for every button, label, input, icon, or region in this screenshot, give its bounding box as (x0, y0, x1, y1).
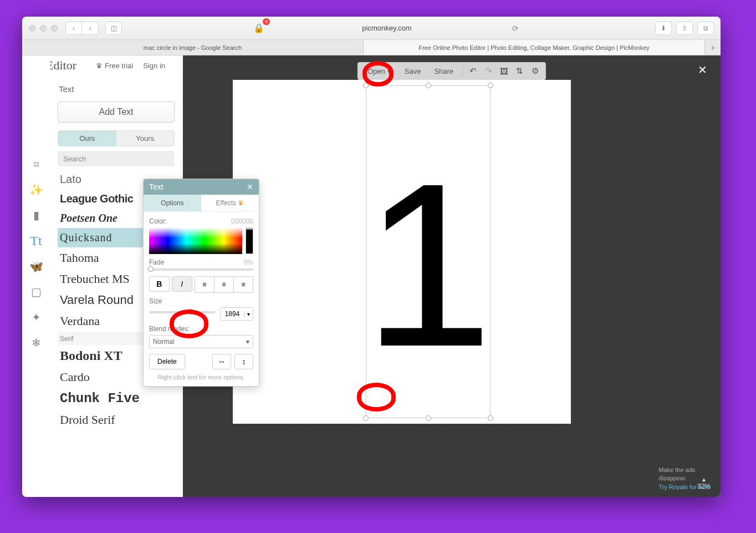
traffic-lights[interactable] (29, 25, 58, 32)
free-trial-link[interactable]: ♛Free trial (96, 62, 133, 70)
align-group: ≡ ≡ ≡ (195, 276, 253, 293)
color-label: Color: (149, 217, 167, 225)
text-selection[interactable]: 1 (366, 85, 491, 418)
ad-text: Make the ads disappear. Try Royale for f… (658, 466, 711, 491)
url-text[interactable]: picmonkey.com (362, 24, 411, 32)
italic-button[interactable]: I (172, 276, 192, 292)
logo-text: Editor (46, 58, 76, 73)
reload-icon[interactable]: ⟳ (509, 22, 522, 34)
popup-hint: Right-click text for more options. (149, 374, 253, 380)
panel-title: Text (50, 80, 182, 101)
handle-bl[interactable] (363, 415, 369, 421)
editor-toolbar: Open ▾ Save Share ↶ ↷ 🖼 ⇅ ⚙ (357, 62, 546, 80)
segment-yours[interactable]: Yours (116, 131, 175, 146)
text-tool-icon[interactable]: Tt (27, 232, 45, 250)
font-item[interactable]: Chunk Five (58, 388, 175, 409)
frames-icon[interactable]: ▢ (27, 283, 45, 301)
sidebar-button[interactable]: ◫ (105, 22, 122, 35)
flip-v-icon[interactable]: ↕ (234, 354, 253, 369)
new-tab-button[interactable]: + (705, 40, 721, 55)
image-icon[interactable]: 🖼 (496, 67, 512, 76)
font-search-input[interactable]: Search (58, 151, 175, 166)
effects-icon[interactable]: ✨ (27, 181, 45, 199)
tab-options[interactable]: Options (144, 195, 201, 211)
notification-badge: 6 (263, 18, 270, 25)
add-text-button[interactable]: Add Text (58, 101, 175, 123)
tabs-button[interactable]: ⧉ (697, 22, 714, 35)
downloads-button[interactable]: ⬇ (655, 22, 672, 35)
tool-rail: ⌗ ✨ ▮ Tt 🦋 ▢ ✦ ❄ (22, 55, 50, 497)
save-button[interactable]: Save (398, 62, 428, 80)
browser-window: ‹ › ◫ 🔒6 picmonkey.com ⟳ ⬇ ⇪ ⧉ mac circl… (22, 17, 721, 497)
crop-icon[interactable]: ⌗ (27, 155, 45, 173)
chevron-down-icon: ▾ (246, 338, 249, 346)
crown-icon: ♛ (238, 199, 244, 207)
back-button[interactable]: ‹ (65, 22, 82, 35)
browser-chrome: ‹ › ◫ 🔒6 picmonkey.com ⟳ ⬇ ⇪ ⧉ (22, 17, 721, 40)
canvas-text[interactable]: 1 (364, 149, 493, 382)
browser-tab-0[interactable]: mac circle in image - Google Search (22, 40, 364, 55)
align-center-icon[interactable]: ≡ (214, 277, 234, 292)
popup-close-icon[interactable]: ✕ (247, 182, 253, 191)
try-royale-link[interactable]: Try Royale for free! (658, 484, 711, 490)
overlays-icon[interactable]: 🦋 (27, 257, 45, 275)
browser-tab-1[interactable]: Free Online Photo Editor | Photo Editing… (364, 40, 705, 55)
text-properties-popup: Text ✕ Options Effects ♛ Color:000000 Fa… (143, 179, 259, 387)
popup-header[interactable]: Text ✕ (144, 179, 259, 195)
share-button[interactable]: ⇪ (676, 22, 693, 35)
fade-handle[interactable] (148, 266, 154, 272)
size-label: Size (149, 297, 162, 305)
crown-icon: ♛ (96, 62, 103, 70)
handle-tr[interactable] (488, 83, 493, 88)
share-button[interactable]: Share (427, 62, 460, 80)
redo-icon[interactable]: ↷ (481, 66, 496, 76)
layers-icon[interactable]: ⇅ (512, 66, 527, 76)
flip-h-icon[interactable]: ↔ (212, 354, 231, 369)
size-input[interactable]: ▾ (220, 307, 253, 321)
font-source-segment: Ours Yours (58, 130, 175, 146)
handle-br[interactable] (488, 415, 493, 421)
touchup-icon[interactable]: ▮ (27, 206, 45, 224)
size-slider[interactable] (149, 311, 216, 313)
open-button[interactable]: Open ▾ (361, 62, 398, 80)
sign-in-link[interactable]: Sign in (143, 62, 165, 70)
nav-buttons: ‹ › (65, 22, 99, 35)
value-strip[interactable] (246, 227, 253, 254)
color-spectrum[interactable] (149, 227, 242, 254)
delete-button[interactable]: Delete (149, 354, 185, 369)
fade-label: Fade (149, 258, 164, 266)
chevron-down-icon: ▾ (387, 67, 391, 75)
textures-icon[interactable]: ✦ (27, 308, 45, 326)
size-dropdown-icon[interactable]: ▾ (244, 311, 253, 317)
forward-button[interactable]: › (82, 22, 99, 35)
handle-tc[interactable] (426, 83, 431, 88)
size-field[interactable] (221, 308, 244, 320)
fade-value: 0% (244, 258, 253, 266)
size-handle[interactable] (188, 309, 193, 314)
themes-icon[interactable]: ❄ (27, 334, 45, 352)
font-item[interactable]: Droid Serif (58, 409, 175, 430)
lock-icon: 🔒6 (253, 23, 264, 33)
segment-ours[interactable]: Ours (58, 131, 116, 146)
close-button[interactable]: ✕ (698, 63, 707, 77)
handle-bc[interactable] (426, 415, 431, 421)
canvas[interactable]: 1 (233, 80, 571, 424)
bold-button[interactable]: B (149, 276, 170, 292)
color-value: 000000 (231, 217, 253, 225)
align-right-icon[interactable]: ≡ (234, 277, 253, 292)
settings-icon[interactable]: ⚙ (527, 66, 543, 76)
blend-mode-select[interactable]: Normal▾ (149, 335, 253, 348)
canvas-area[interactable]: Open ▾ Save Share ↶ ↷ 🖼 ⇅ ⚙ ✕ (183, 55, 721, 497)
handle-tl[interactable] (363, 83, 369, 88)
tab-bar: mac circle in image - Google Search Free… (22, 40, 721, 55)
tab-effects[interactable]: Effects ♛ (201, 195, 259, 211)
blend-label: Blend modes: (149, 325, 190, 333)
fade-slider[interactable] (149, 268, 253, 271)
undo-icon[interactable]: ↶ (465, 66, 481, 76)
align-left-icon[interactable]: ≡ (195, 277, 214, 292)
